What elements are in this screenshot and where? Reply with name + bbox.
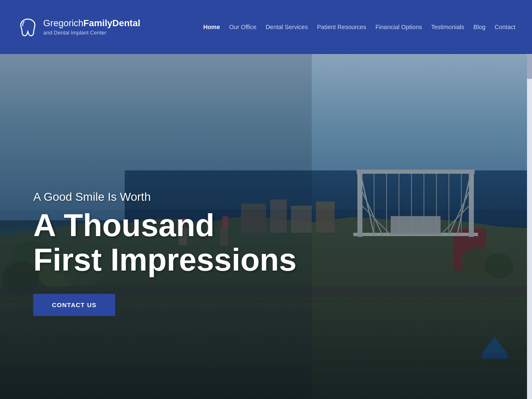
hero-section: A Good Smile Is Worth A Thousand First I… bbox=[0, 54, 532, 399]
nav-financial-options[interactable]: Financial Options bbox=[375, 24, 422, 30]
hero-content: A Good Smile Is Worth A Thousand First I… bbox=[33, 190, 297, 316]
hero-subtitle: A Good Smile Is Worth bbox=[33, 190, 297, 204]
nav-testimonials[interactable]: Testimonials bbox=[431, 24, 464, 30]
nav-contact[interactable]: Contact bbox=[495, 24, 515, 30]
logo[interactable]: GregorichFamilyDental and Dental Implant… bbox=[17, 16, 140, 38]
site-header: GregorichFamilyDental and Dental Implant… bbox=[0, 0, 532, 54]
nav-patient-resources[interactable]: Patient Resources bbox=[317, 24, 366, 30]
nav-our-office[interactable]: Our Office bbox=[229, 24, 256, 30]
nav-dental-services[interactable]: Dental Services bbox=[266, 24, 308, 30]
nav-home[interactable]: Home bbox=[203, 24, 220, 30]
logo-sub-text: and Dental Implant Center bbox=[43, 30, 140, 36]
contact-us-button[interactable]: CONTACT US bbox=[33, 294, 115, 316]
scrollbar[interactable] bbox=[527, 54, 532, 399]
scrollbar-thumb[interactable] bbox=[527, 54, 532, 79]
main-nav: Home Our Office Dental Services Patient … bbox=[203, 24, 515, 30]
logo-icon bbox=[17, 16, 39, 38]
logo-text: GregorichFamilyDental and Dental Implant… bbox=[43, 18, 140, 35]
logo-main-text: GregorichFamilyDental bbox=[43, 18, 140, 28]
nav-blog[interactable]: Blog bbox=[473, 24, 485, 30]
hero-title: A Thousand First Impressions bbox=[33, 208, 297, 277]
